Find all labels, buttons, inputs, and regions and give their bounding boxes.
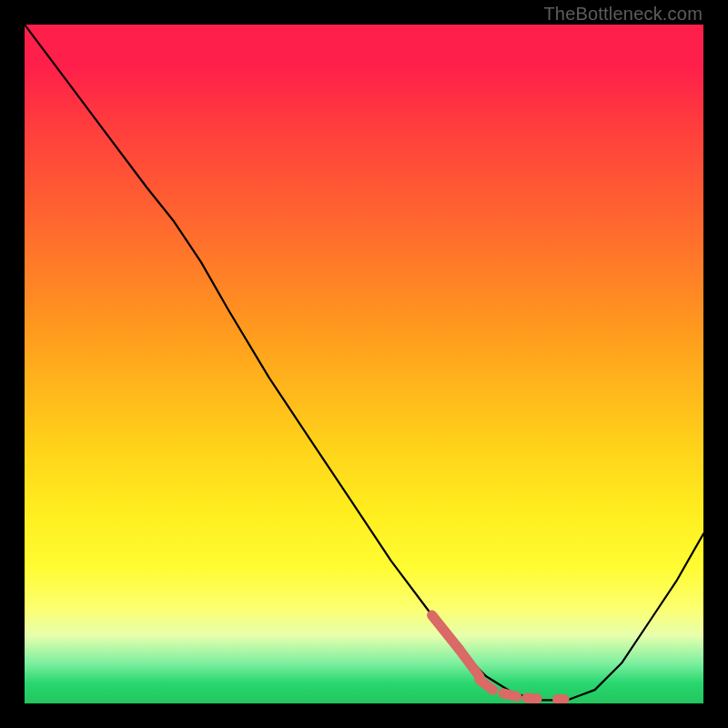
svg-line-3: [503, 693, 517, 697]
svg-line-1: [459, 649, 479, 676]
watermark: TheBottleneck.com: [543, 4, 703, 25]
chart-container: TheBottleneck.com: [0, 0, 728, 728]
svg-line-4: [527, 698, 537, 699]
highlight-dashes: [432, 615, 564, 700]
bottleneck-curve: [25, 25, 703, 700]
frame-left: [0, 0, 25, 728]
line-overlay: [25, 25, 703, 703]
frame-right: [703, 0, 728, 728]
svg-line-0: [432, 615, 460, 649]
frame-bottom: [0, 703, 728, 728]
svg-line-2: [480, 680, 493, 690]
plot-area: [25, 25, 703, 703]
